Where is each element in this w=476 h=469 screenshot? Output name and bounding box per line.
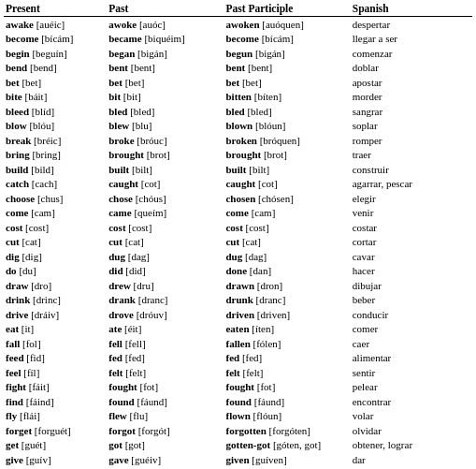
table-cell: bring [bring]: [4, 148, 107, 163]
table-cell: feed [fid]: [4, 351, 107, 366]
table-cell: begun [bigán]: [224, 46, 350, 61]
table-cell: felt [felt]: [107, 365, 224, 380]
table-cell: came [queím]: [107, 206, 224, 221]
table-cell: gotten-got [góten, got]: [224, 438, 350, 453]
table-row: forget [forguét]forgot [forgót]forgotten…: [4, 423, 472, 438]
table-cell: fly [flái]: [4, 409, 107, 424]
table-cell: eaten [íten]: [224, 322, 350, 337]
table-cell: gave [guéiv]: [107, 452, 224, 467]
table-cell: dug [dag]: [224, 249, 350, 264]
table-cell: despertar: [351, 17, 472, 32]
table-cell: built [bilt]: [224, 162, 350, 177]
table-cell: bleed [blíd]: [4, 104, 107, 119]
table-cell: done [dan]: [224, 264, 350, 279]
table-cell: did [did]: [107, 264, 224, 279]
table-cell: bled [bled]: [224, 104, 350, 119]
table-cell: become [bícám]: [4, 32, 107, 47]
table-row: cut [cat]cut [cat]cut [cat]cortar: [4, 235, 472, 250]
table-cell: bit [bit]: [107, 90, 224, 105]
table-cell: driven [driven]: [224, 307, 350, 322]
header-past: Past: [107, 2, 224, 17]
table-cell: dug [dag]: [107, 249, 224, 264]
table-cell: chosen [chósen]: [224, 191, 350, 206]
table-cell: construir: [351, 162, 472, 177]
table-cell: venir: [351, 206, 472, 221]
table-row: bring [bring]brought [brot]brought [brot…: [4, 148, 472, 163]
table-cell: drive [dráiv]: [4, 307, 107, 322]
table-row: catch [cach]caught [cot]caught [cot]agar…: [4, 177, 472, 192]
table-cell: come [cam]: [4, 206, 107, 221]
table-cell: drink [drinc]: [4, 293, 107, 308]
table-cell: apostar: [351, 75, 472, 90]
table-cell: flew [flu]: [107, 409, 224, 424]
table-row: do [du]did [did]done [dan]hacer: [4, 264, 472, 279]
table-cell: broke [bróuc]: [107, 133, 224, 148]
table-cell: build [bild]: [4, 162, 107, 177]
table-row: drink [drinc]drank [dranc]drunk [dranc]b…: [4, 293, 472, 308]
table-cell: draw [dro]: [4, 278, 107, 293]
table-cell: do [du]: [4, 264, 107, 279]
table-row: choose [chus]chose [chóus]chosen [chósen…: [4, 191, 472, 206]
table-row: bite [báit]bit [bit]bitten [bíten]morder: [4, 90, 472, 105]
table-cell: found [fáund]: [107, 394, 224, 409]
table-cell: bet [bet]: [4, 75, 107, 90]
table-cell: volar: [351, 409, 472, 424]
table-cell: give [guív]: [4, 452, 107, 467]
table-cell: find [fáind]: [4, 394, 107, 409]
table-cell: caer: [351, 336, 472, 351]
table-row: bet [bet]bet [bet]bet [bet]apostar: [4, 75, 472, 90]
table-cell: cavar: [351, 249, 472, 264]
table-cell: feel [fíl]: [4, 365, 107, 380]
table-cell: romper: [351, 133, 472, 148]
table-cell: eat [it]: [4, 322, 107, 337]
table-cell: soplar: [351, 119, 472, 134]
table-row: come [cam]came [queím]come [cam]venir: [4, 206, 472, 221]
table-cell: forgot [forgót]: [107, 423, 224, 438]
table-cell: felt [felt]: [224, 365, 350, 380]
table-cell: sentir: [351, 365, 472, 380]
table-cell: awoken [auóquen]: [224, 17, 350, 32]
table-cell: awake [auéic]: [4, 17, 107, 32]
table-cell: broken [bróquen]: [224, 133, 350, 148]
table-cell: got [got]: [107, 438, 224, 453]
table-cell: choose [chus]: [4, 191, 107, 206]
table-row: give [guív]gave [guéiv]given [guíven]dar: [4, 452, 472, 467]
table-cell: cost [cost]: [224, 220, 350, 235]
table-cell: cortar: [351, 235, 472, 250]
table-cell: llegar a ser: [351, 32, 472, 47]
table-cell: ate [éit]: [107, 322, 224, 337]
table-cell: drunk [dranc]: [224, 293, 350, 308]
table-row: feed [fid]fed [fed]fed [fed]alimentar: [4, 351, 472, 366]
table-cell: bet [bet]: [224, 75, 350, 90]
table-cell: alimentar: [351, 351, 472, 366]
table-row: awake [auéic]awoke [auóc]awoken [auóquen…: [4, 17, 472, 32]
table-cell: cut [cat]: [4, 235, 107, 250]
table-cell: blew [blu]: [107, 119, 224, 134]
table-cell: conducir: [351, 307, 472, 322]
table-row: break [bréic]broke [bróuc]broken [bróque…: [4, 133, 472, 148]
table-cell: built [bilt]: [107, 162, 224, 177]
table-cell: costar: [351, 220, 472, 235]
table-row: draw [dro]drew [dru]drawn [dron]dibujar: [4, 278, 472, 293]
table-cell: become [bícám]: [224, 32, 350, 47]
table-cell: beber: [351, 293, 472, 308]
table-cell: drawn [dron]: [224, 278, 350, 293]
header-past-participle: Past Participle: [224, 2, 350, 17]
table-cell: fall [fol]: [4, 336, 107, 351]
table-row: bleed [blíd]bled [bled]bled [bled]sangra…: [4, 104, 472, 119]
table-cell: olvidar: [351, 423, 472, 438]
table-cell: fought [fot]: [107, 380, 224, 395]
table-cell: given [guíven]: [224, 452, 350, 467]
table-cell: forget [forguét]: [4, 423, 107, 438]
table-cell: come [cam]: [224, 206, 350, 221]
table-cell: doblar: [351, 61, 472, 76]
table-row: drive [dráiv]drove [dróuv]driven [driven…: [4, 307, 472, 322]
header-present: Present: [4, 2, 107, 17]
table-cell: comenzar: [351, 46, 472, 61]
table-cell: caught [cot]: [107, 177, 224, 192]
irregular-verbs-table: Present Past Past Participle Spanish awa…: [0, 0, 476, 469]
table-cell: cost [cost]: [4, 220, 107, 235]
table-row: fly [flái]flew [flu]flown [flóun]volar: [4, 409, 472, 424]
table-row: blow [blóu]blew [blu]blown [blóun]soplar: [4, 119, 472, 134]
header-spanish: Spanish: [351, 2, 472, 17]
